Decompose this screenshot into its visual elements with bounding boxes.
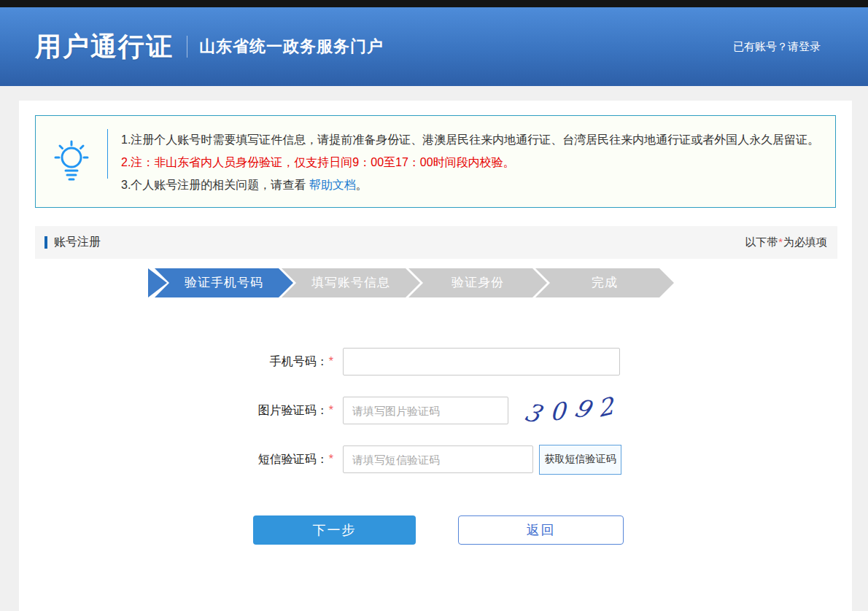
notice-line-1: 1.注册个人账号时需要填写证件信息，请提前准备身份证、港澳居民往来内地通行证、台… — [121, 128, 819, 151]
step-verify-identity: 验证身份 — [408, 268, 547, 297]
content-card: 1.注册个人账号时需要填写证件信息，请提前准备身份证、港澳居民往来内地通行证、台… — [19, 101, 852, 611]
step-verify-phone: 验证手机号码 — [155, 268, 293, 297]
notice-line-3-suffix: 。 — [356, 179, 368, 191]
login-link[interactable]: 已有账号？请登录 — [733, 40, 821, 54]
phone-row: 手机号码：* — [143, 348, 852, 375]
sms-code-required-star: * — [328, 453, 334, 465]
notice-line-2: 2.注：非山东省内人员身份验证，仅支持日间9：00至17：00时间段内校验。 — [121, 151, 819, 174]
back-button[interactable]: 返回 — [458, 515, 624, 545]
image-captcha-label-text: 图片验证码： — [258, 404, 328, 416]
notice-line-3: 3.个人账号注册的相关问题，请查看 帮助文档。 — [121, 174, 819, 196]
sms-code-row: 短信验证码：* 获取短信验证码 — [143, 445, 852, 473]
phone-label-text: 手机号码： — [270, 355, 328, 367]
page-header: 用户通行证 山东省统一政务服务门户 已有账号？请登录 — [0, 7, 868, 86]
captcha-image[interactable]: 3092 — [519, 397, 619, 425]
required-note-suffix: 为必填项 — [783, 236, 827, 248]
title-divider — [187, 36, 187, 58]
get-sms-code-button[interactable]: 获取短信验证码 — [539, 445, 621, 475]
phone-label: 手机号码：* — [143, 354, 334, 370]
required-note: 以下带*为必填项 — [745, 236, 827, 249]
notice-box: 1.注册个人账号时需要填写证件信息，请提前准备身份证、港澳居民往来内地通行证、台… — [35, 115, 836, 208]
portal-subtitle: 山东省统一政务服务门户 — [199, 36, 384, 58]
notice-line-3-text: 3.个人账号注册的相关问题，请查看 — [121, 179, 309, 191]
phone-required-star: * — [328, 355, 334, 367]
required-star: * — [778, 236, 783, 248]
required-note-prefix: 以下带 — [745, 236, 778, 248]
step-indicator: 验证手机号码 填写账号信息 验证身份 完成 — [148, 268, 852, 297]
form-actions: 下一步 返回 — [253, 515, 852, 545]
image-captcha-input[interactable] — [343, 397, 508, 424]
step-complete: 完成 — [535, 268, 674, 297]
step-account-info: 填写账号信息 — [282, 268, 420, 297]
app-title: 用户通行证 — [35, 29, 174, 65]
lightbulb-icon — [51, 139, 92, 184]
sms-code-input[interactable] — [343, 445, 533, 473]
image-captcha-required-star: * — [328, 404, 334, 416]
sms-code-label: 短信验证码：* — [143, 452, 334, 467]
image-captcha-row: 图片验证码：* 3092 — [143, 397, 852, 424]
sms-code-label-text: 短信验证码： — [258, 453, 328, 465]
section-accent-bar — [44, 236, 47, 249]
section-title: 账号注册 — [54, 235, 101, 250]
help-doc-link[interactable]: 帮助文档 — [309, 179, 356, 191]
phone-input[interactable] — [343, 348, 620, 375]
window-top-bar — [0, 0, 868, 7]
registration-form: 手机号码：* 图片验证码：* 3092 短信验证码：* 获取短信验证码 下一步 … — [19, 348, 852, 545]
section-header: 账号注册 以下带*为必填项 — [35, 226, 837, 259]
image-captcha-label: 图片验证码：* — [143, 403, 334, 419]
next-step-button[interactable]: 下一步 — [253, 515, 416, 545]
